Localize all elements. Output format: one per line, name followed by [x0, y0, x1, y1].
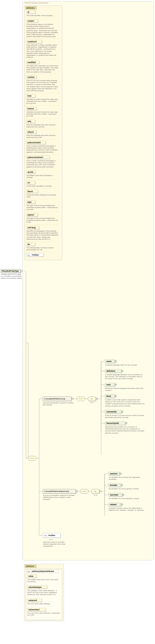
attr-name: typeuri: [27, 214, 34, 216]
attr-name: why: [27, 120, 31, 122]
attr-name: modified: [27, 61, 36, 64]
crg-card: 0..∞: [94, 494, 97, 496]
crg-child-name: narrower: [110, 494, 119, 496]
attributes-title: attributes: [26, 7, 35, 9]
attr-name: creator: [27, 20, 34, 22]
attr-name: custom: [27, 76, 34, 78]
cdg-label: ConceptDefinitionGroup: [44, 398, 65, 400]
root-type-box: Flex1ExtPropType Flexible generic PCL-ty…: [1, 269, 23, 282]
cdg-child-name: name: [106, 360, 112, 362]
attr-name: pubconstrainturi: [27, 156, 43, 158]
attr-name: id: [27, 11, 29, 13]
attr-name: whyuri: [27, 131, 34, 133]
attr-name: uri: [27, 182, 30, 184]
ava-group-title: arbitraryValueAttributes: [32, 570, 54, 572]
cdg-child-name: remoteInfo: [106, 411, 117, 413]
cdg-child-name: hierarchyInfo: [106, 422, 119, 424]
root-desc: Flexible generic PCL-type for controlled…: [1, 273, 23, 282]
attr-any-name: ##other: [32, 254, 39, 256]
attr-any-row: any ##other: [26, 253, 44, 257]
attr-name: xml:lang: [27, 226, 36, 229]
cdg-box: ConceptDefinitionGroup A group of proper…: [43, 396, 74, 409]
ava-attr-name: value: [28, 575, 33, 577]
attributes-panel: attributes idThe local identifier of the…: [25, 6, 62, 260]
ava-attr-header: attributes: [26, 565, 34, 567]
attr-name: how: [27, 95, 32, 97]
extension-title: Flex1PropType (extension): [25, 2, 48, 4]
bottom-any-card: 0..∞: [49, 539, 53, 541]
attr-name: howuri: [27, 108, 34, 110]
cdg-child-name: definition: [106, 370, 115, 372]
root-type-label: Flex1ExtPropType: [2, 270, 19, 272]
crg-child-name: sameAs: [110, 472, 118, 475]
bottom-any-desc: Extension point for provider-defined pro…: [43, 541, 69, 550]
attr-any-prefix: any: [27, 254, 30, 256]
ava-grp-prefix: grp: [28, 570, 30, 572]
attr-name: creatoruri: [27, 40, 37, 43]
cdg-card: 0..∞: [91, 402, 94, 404]
cdg-desc: A group of properties required to define…: [43, 402, 74, 409]
cdg-child-name: note: [106, 384, 111, 386]
crg-child-name: broader: [110, 484, 117, 486]
bottom-any-prefix: any: [44, 534, 47, 536]
ava-panel: attributes grp arbitraryValueAttributes …: [24, 564, 64, 621]
attr-name: pubconstraint: [27, 142, 41, 144]
lower-seq: [28, 456, 36, 460]
ava-attr-name: valueunituri: [28, 608, 40, 611]
ava-attr-name: valueunit: [28, 599, 37, 602]
crg-box: ConceptRelationshipsGroup A group of pro…: [43, 489, 78, 502]
crg-label: ConceptRelationshipsGroup: [44, 490, 69, 492]
attr-name: literal: [27, 190, 33, 192]
attr-name: dir: [27, 243, 30, 246]
cdg-child-name: facet: [106, 395, 111, 397]
attr-name: qcode: [27, 171, 33, 173]
bottom-any-name: ##other: [48, 534, 55, 536]
crg-child-name: related: [110, 504, 117, 506]
attr-name: type: [27, 201, 32, 203]
ava-attr-name: valuedatatype: [28, 586, 41, 588]
crg-desc: A group of properties required to indica…: [43, 494, 78, 502]
